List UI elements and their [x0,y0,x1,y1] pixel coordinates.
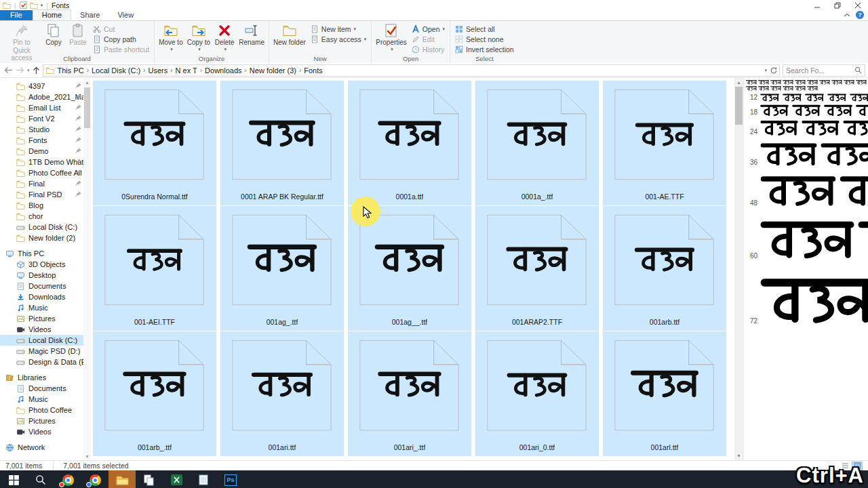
file-tile[interactable]: 001-AEI.TTF [93,206,216,331]
start-button[interactable] [0,470,27,488]
file-tile[interactable]: 0001 ARAP BK Regular.ttf [220,81,344,205]
file-tile[interactable]: 001arb_.ttf [93,331,216,456]
new-folder-qat-icon[interactable] [30,1,38,9]
sidebar-item-downloads[interactable]: Downloads [0,291,91,302]
file-tile[interactable]: 0001a_.ttf [475,81,599,205]
breadcrumb-users[interactable]: Users [146,66,170,75]
taskbar-search-button[interactable] [27,470,54,488]
breadcrumb-local-disk[interactable]: Local Disk (C:) [90,66,142,75]
sidebar-item-documents[interactable]: Documents [0,281,91,291]
delete-button[interactable]: Delete [212,22,237,53]
taskbar-chrome-1[interactable] [54,470,81,488]
sidebar-section-network[interactable]: Network [0,442,91,453]
sidebar-item-local-disk-qa[interactable]: Local Disk (C:) [0,222,91,232]
tab-file[interactable]: File [0,10,33,20]
sidebar-item-lib-photo-coffee[interactable]: Photo Coffee [0,405,91,415]
edit-button[interactable]: Edit [409,34,448,44]
paste-shortcut-button[interactable]: Paste shortcut [90,44,152,54]
taskbar-excel[interactable] [163,470,190,488]
file-tile[interactable]: 001ag_.ttf [220,206,344,331]
recent-locations-icon[interactable]: ▾ [27,68,30,73]
select-all-button[interactable]: Select all [452,24,517,34]
file-tile[interactable]: 001ari.ttf [220,331,344,456]
file-list-scrollbar[interactable]: ▲ ▼ [734,78,743,460]
refresh-icon[interactable] [770,66,778,75]
sidebar-item-studio[interactable]: Studio [0,124,91,135]
sidebar-item-3d-objects[interactable]: 3D Objects [0,259,91,270]
close-button[interactable] [848,0,868,10]
taskbar-notepad[interactable] [190,470,217,488]
taskbar-file-explorer[interactable] [108,470,136,488]
tab-share[interactable]: Share [71,10,108,20]
search-input[interactable] [786,66,852,75]
sidebar-item-local-disk-c[interactable]: Local Disk (C:) [0,335,91,346]
sidebar-item-final[interactable]: Final [0,178,91,189]
invert-selection-button[interactable]: Invert selection [452,44,517,54]
sidebar-item-videos[interactable]: Videos [0,324,91,335]
help-icon[interactable]: ? [856,11,864,19]
file-tile[interactable]: 001arb.ttf [603,206,726,331]
collapse-ribbon-icon[interactable] [844,13,850,18]
sidebar-item-blog[interactable]: Blog [0,200,91,211]
sidebar-scroll-thumb[interactable] [84,87,90,128]
history-button[interactable]: History [409,44,448,54]
copy-path-button[interactable]: Copy path [90,34,152,44]
cut-button[interactable]: Cut [90,24,152,34]
sidebar-item-demo[interactable]: Demo [0,146,91,157]
sidebar-section-libraries[interactable]: Libraries [0,372,91,383]
sidebar-item-4397[interactable]: 4397 [0,81,91,92]
copy-to-button[interactable]: Copy to [185,22,212,53]
sidebar-item-1tb-demo[interactable]: 1TB Demo WhatsApp [0,157,91,167]
sidebar-item-lib-pictures[interactable]: Pictures [0,415,91,426]
breadcrumb-fonts[interactable]: Fonts [302,66,325,75]
qat-customize-icon[interactable]: ▾ [41,3,43,8]
breadcrumb-downloads[interactable]: Downloads [203,66,243,75]
back-button[interactable] [4,66,13,74]
tab-home[interactable]: Home [33,9,71,20]
scroll-up-icon[interactable]: ▲ [83,78,91,86]
forward-button[interactable] [16,66,24,74]
sidebar-item-music[interactable]: Music [0,302,91,313]
properties-qat-icon[interactable] [20,1,27,9]
sidebar-item-email-list[interactable]: Email List [0,102,91,113]
sidebar-item-desktop[interactable]: Desktop [0,270,91,281]
scroll-thumb[interactable] [735,87,743,125]
file-tile[interactable]: 0Surendra Normal.ttf [93,81,216,205]
breadcrumb-new-folder-3[interactable]: New folder (3) [248,66,298,75]
sidebar-item-lib-videos[interactable]: Videos [0,426,91,437]
easy-access-button[interactable]: Easy access [308,34,369,44]
sidebar-item-magic-psd[interactable]: Magic PSD (D:) [0,346,91,357]
file-tile[interactable]: 001arl.ttf [603,331,726,456]
file-tile[interactable]: 001ari_0.ttf [475,331,599,456]
file-tile[interactable]: 001-AE.TTF [603,81,726,205]
sidebar-item-adobe[interactable]: Adobe_2021_MasterC [0,92,91,102]
sidebar-item-font-v2[interactable]: Font V2 [0,113,91,124]
select-none-button[interactable]: Select none [452,34,517,44]
search-icon[interactable] [854,66,862,74]
taskbar-photoshop[interactable]: Ps [217,470,244,488]
sidebar-item-lib-documents[interactable]: Documents [0,383,91,394]
sidebar-item-chor[interactable]: chor [0,211,91,222]
file-tile[interactable]: 0001a.ttf [348,81,471,205]
sidebar-item-design-data[interactable]: Design & Data (E:) [0,357,91,367]
file-tile[interactable]: 001ARAP2.TTF [475,206,599,331]
scroll-down-icon[interactable]: ▼ [734,451,743,460]
address-dropdown-icon[interactable]: ▾ [764,68,767,73]
scroll-down-icon[interactable]: ▼ [83,452,91,460]
address-box[interactable]: This PC› Local Disk (C:)› Users› N ex T›… [43,64,780,77]
new-folder-button[interactable]: New folder [271,22,308,47]
sidebar-item-pictures[interactable]: Pictures [0,313,91,324]
paste-button[interactable]: Paste [66,22,90,47]
breadcrumb-this-pc[interactable]: This PC [56,66,86,75]
scroll-up-icon[interactable]: ▲ [734,78,743,87]
taskbar-copy-tool[interactable] [136,470,163,488]
sidebar-item-lib-music[interactable]: Music [0,394,91,405]
restore-button[interactable] [827,0,848,10]
breadcrumb-user[interactable]: N ex T [174,66,199,75]
new-item-button[interactable]: New item [308,24,369,34]
properties-button[interactable]: Properties [374,22,409,53]
sidebar-section-this-pc[interactable]: This PC [0,248,91,259]
copy-button[interactable]: Copy [41,22,66,47]
up-button[interactable] [33,66,40,75]
sidebar-item-photo-coffee[interactable]: Photo Coffee All Mat [0,167,91,178]
